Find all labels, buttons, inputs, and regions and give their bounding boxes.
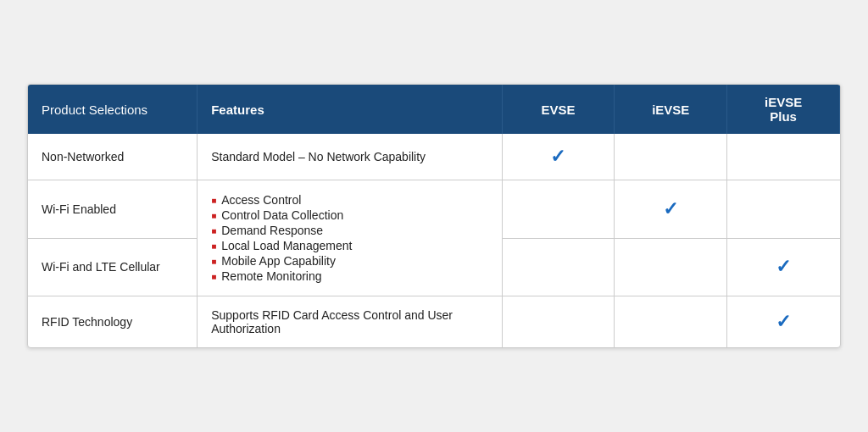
- header-evse: EVSE: [502, 85, 615, 134]
- ievse-wifi-enabled: ✓: [615, 180, 727, 239]
- ievseplus-rfid: ✓: [727, 296, 840, 348]
- product-rfid: RFID Technology: [28, 296, 198, 348]
- header-ievse: iEVSE: [615, 85, 727, 134]
- row-non-networked: Non-Networked Standard Model – No Networ…: [28, 134, 840, 180]
- checkmark-ievse-wifi: ✓: [663, 198, 678, 219]
- ievse-rfid: [615, 296, 727, 348]
- evse-wifi-enabled: [502, 180, 615, 239]
- header-features: Features: [198, 85, 502, 134]
- features-wifi: Access Control Control Data Collection D…: [198, 180, 502, 296]
- feature-item: Mobile App Capability: [211, 253, 487, 269]
- ievse-non-networked: [615, 134, 727, 180]
- checkmark-ievseplus-rfid: ✓: [776, 311, 791, 332]
- comparison-table: Product Selections Features EVSE iEVSE i…: [27, 84, 841, 348]
- row-rfid: RFID Technology Supports RFID Card Acces…: [28, 296, 840, 348]
- ievseplus-non-networked: [727, 134, 840, 180]
- evse-rfid: [502, 296, 615, 348]
- product-non-networked: Non-Networked: [28, 134, 198, 180]
- header-product: Product Selections: [28, 85, 198, 134]
- evse-non-networked: ✓: [502, 134, 615, 180]
- feature-item: Access Control: [211, 192, 487, 208]
- table-header-row: Product Selections Features EVSE iEVSE i…: [28, 85, 840, 134]
- header-ievseplus: iEVSE Plus: [727, 85, 840, 134]
- row-wifi-enabled: Wi-Fi Enabled Access Control Control Dat…: [28, 180, 840, 239]
- features-non-networked: Standard Model – No Network Capability: [198, 134, 502, 180]
- checkmark-ievseplus-wifi-lte: ✓: [776, 256, 791, 277]
- feature-item: Local Load Management: [211, 238, 487, 253]
- feature-list: Access Control Control Data Collection D…: [211, 192, 487, 284]
- checkmark-evse-non-networked: ✓: [550, 146, 565, 167]
- feature-item: Demand Response: [211, 223, 487, 238]
- product-wifi-enabled: Wi-Fi Enabled: [28, 180, 198, 239]
- feature-item: Control Data Collection: [211, 208, 487, 223]
- ievseplus-wifi-lte: ✓: [727, 238, 840, 296]
- ievse-wifi-lte: [615, 238, 727, 296]
- ievseplus-wifi-enabled: [727, 180, 840, 239]
- product-wifi-lte: Wi-Fi and LTE Cellular: [28, 238, 198, 296]
- evse-wifi-lte: [502, 238, 615, 296]
- features-rfid: Supports RFID Card Access Control and Us…: [198, 296, 502, 348]
- feature-item: Remote Monitoring: [211, 269, 487, 284]
